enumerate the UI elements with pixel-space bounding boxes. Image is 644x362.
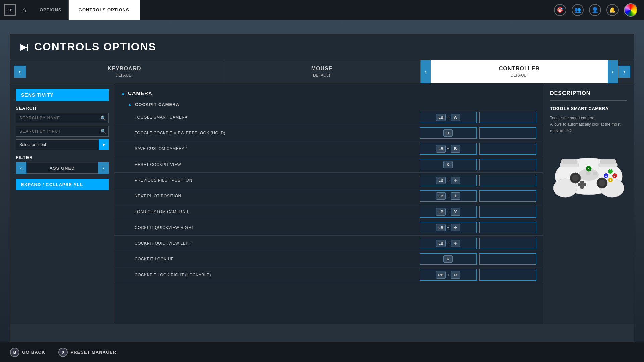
key-binding-primary-6[interactable]: LB + Y [420,206,477,218]
community-icon[interactable]: 👥 [572,4,584,16]
key-binding-secondary-5[interactable] [479,190,536,202]
svg-text:Y: Y [609,168,611,171]
dpad2-badge-5: ✛ [451,192,460,200]
controller-image: Y B X A X [550,144,627,198]
key-binding-primary-0[interactable]: LB + A [420,112,477,123]
key-binding-primary-5[interactable]: LB + ✛ [420,190,477,202]
camera-chevron-icon: ▲ [121,91,125,96]
filter-row: ‹ ASSIGNED › [16,162,109,174]
tab-next-button[interactable]: › [618,66,630,78]
control-name-1: TOGGLE COCKPIT VIEW FREELOOK (HOLD) [135,131,420,135]
key-binding-primary-2[interactable]: LB + B [420,143,477,155]
lb-badge-7: LB [436,224,446,231]
key-binding-primary-3[interactable]: K [420,159,477,170]
key-binding-primary-7[interactable]: LB + ✛ [420,222,477,233]
control-row-load-custom-camera[interactable]: LOAD CUSTOM CAMERA 1 LB + Y [114,204,543,220]
control-name-3: RESET COCKPIT VIEW [135,162,420,167]
subcategory-cockpit-camera[interactable]: ▲ COCKPIT CAMERA [114,99,543,110]
search-input-icon: 🔍 [100,129,106,134]
svg-point-5 [572,175,579,181]
rainbow-badge[interactable] [624,3,637,17]
tab-keyboard-label: KEYBOARD [108,66,141,72]
filter-next-button[interactable]: › [98,162,109,174]
sidebar: SENSITIVITY SEARCH 🔍 🔍 Select an input ▼ [10,83,114,324]
tab-controller-inner: CONTROLLER DEFAULT [431,66,608,78]
svg-rect-20 [561,159,577,164]
control-row-look-right[interactable]: COCKKPIT LOOK RIGHT (LOCKABLE) RB + R [114,267,543,283]
key-binding-secondary-1[interactable] [479,127,536,139]
key-binding-primary-8[interactable]: LB + ✛ [420,238,477,249]
svg-text:A: A [609,179,611,181]
control-row-look-up[interactable]: COCKPIT LOOK UP R [114,251,543,267]
tab-controller-sublabel: DEFAULT [511,73,528,78]
description-item-title: TOGGLE SMART CAMERA [550,106,627,111]
tab-controller[interactable]: ‹ CONTROLLER DEFAULT › [421,60,618,83]
dpad3-badge-7: ✛ [451,224,460,231]
key-binding-secondary-3[interactable] [479,159,536,170]
tab-bar: ‹ KEYBOARD DEFAULT MOUSE DEFAULT ‹ CONTR… [10,60,634,83]
sensitivity-button[interactable]: SENSITIVITY [16,89,109,101]
select-input-dropdown[interactable]: Select an input [16,139,109,150]
svg-point-7 [599,180,605,186]
control-row-prev-pilot[interactable]: PREVIOUS PILOT POSITION LB + ✛ [114,173,543,188]
tab-mouse[interactable]: MOUSE DEFAULT [223,60,421,83]
control-row-quickview-right[interactable]: COCKPIT QUICKVIEW RIGHT LB + ✛ [114,220,543,236]
expand-collapse-button[interactable]: EXPAND / COLLAPSE ALL [16,179,109,190]
svg-rect-23 [593,172,597,175]
control-row-save-custom-camera[interactable]: SAVE CUSTOM CAMERA 1 LB + B [114,141,543,157]
control-row-toggle-cockpit-freelook[interactable]: TOGGLE COCKPIT VIEW FREELOOK (HOLD) LB [114,125,543,141]
content-area: SENSITIVITY SEARCH 🔍 🔍 Select an input ▼ [10,83,634,324]
profile-icon[interactable]: 👤 [589,4,601,16]
k-badge-3: K [443,161,453,168]
search-name-icon: 🔍 [100,115,106,121]
key-binding-primary-4[interactable]: LB + ✛ [420,175,477,186]
control-row-next-pilot[interactable]: NEXT PILOT POSITION LB + ✛ [114,188,543,204]
key-binding-primary-1[interactable]: LB [420,127,477,139]
control-row-toggle-smart-camera[interactable]: TOGGLE SMART CAMERA LB + A [114,110,543,125]
key-binding-secondary-8[interactable] [479,238,536,249]
control-name-5: NEXT PILOT POSITION [135,194,420,198]
filter-value: ASSIGNED [26,163,98,174]
home-button[interactable]: ⌂ [16,0,33,20]
key-binding-primary-9[interactable]: R [420,253,477,265]
search-name-wrapper: 🔍 [16,113,109,123]
filter-label: FILTER [16,155,109,160]
tab-prev-button[interactable]: ‹ [14,66,26,78]
description-panel: DESCRIPTION TOGGLE SMART CAMERA Toggle t… [543,83,634,324]
key-binding-secondary-9[interactable] [479,253,536,265]
lb-badge-5: LB [436,192,446,200]
cockpit-chevron-icon: ▲ [128,102,132,107]
control-row-reset-cockpit[interactable]: RESET COCKPIT VIEW K [114,157,543,173]
key-binding-secondary-0[interactable] [479,112,536,123]
key-binding-secondary-2[interactable] [479,143,536,155]
tab-controller-label: CONTROLLER [499,66,540,72]
preset-manager-action[interactable]: X PRESET MANAGER [58,348,116,357]
lb-badge-0: LB [436,114,446,121]
cockpit-camera-label: COCKPIT CAMERA [135,102,179,107]
controls-list: ▲ CAMERA ▲ COCKPIT CAMERA TOGGLE SMART C… [114,83,543,324]
search-name-input[interactable] [16,113,109,123]
achievements-icon[interactable]: 🎯 [554,4,566,16]
key-binding-secondary-4[interactable] [479,175,536,186]
notifications-icon[interactable]: 🔔 [606,4,619,16]
go-back-action[interactable]: B GO BACK [10,348,45,357]
options-nav[interactable]: OPTIONS [33,0,69,20]
control-name-6: LOAD CUSTOM CAMERA 1 [135,209,420,214]
controls-options-nav[interactable]: CONTROLS OPTIONS [69,0,140,20]
lb-badge: LB [4,4,16,16]
tab-controller-prev[interactable]: ‹ [421,60,431,83]
key-binding-secondary-6[interactable] [479,206,536,218]
search-input-field[interactable] [16,126,109,137]
category-camera[interactable]: ▲ CAMERA [114,87,543,99]
search-input-wrapper: 🔍 [16,126,109,137]
control-row-quickview-left[interactable]: COCKPIT QUICKVIEW LEFT LB + ✛ [114,236,543,251]
a-badge-0: A [451,114,460,121]
key-binding-secondary-10[interactable] [479,269,536,281]
filter-prev-button[interactable]: ‹ [16,162,26,174]
tab-controller-next[interactable]: › [608,60,618,83]
lb-badge-1: LB [443,129,453,137]
key-binding-primary-10[interactable]: RB + R [420,269,477,281]
tab-keyboard[interactable]: KEYBOARD DEFAULT [26,60,223,83]
key-binding-secondary-7[interactable] [479,222,536,233]
go-back-label: GO BACK [22,350,45,355]
